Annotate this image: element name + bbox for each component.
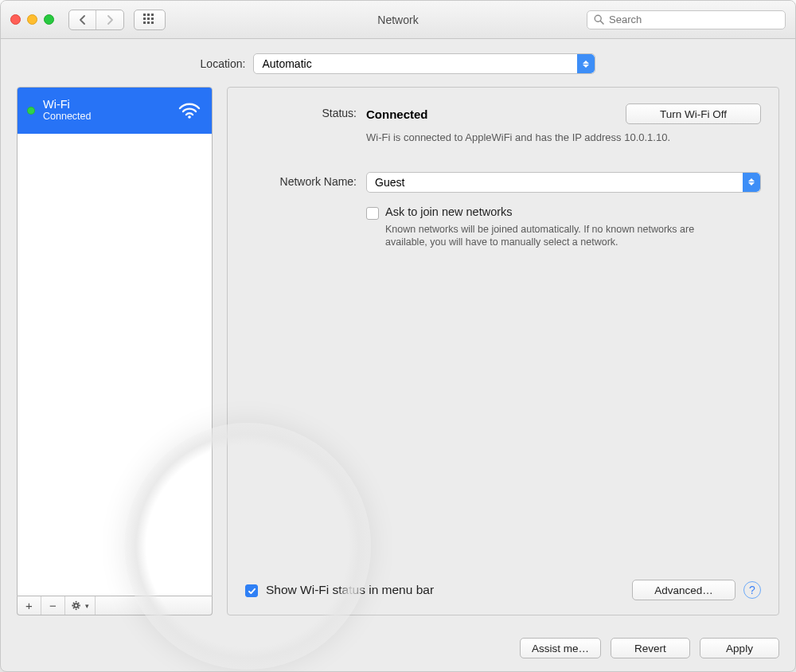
interface-actions-button[interactable]: ▾ <box>65 596 96 615</box>
assist-me-button[interactable]: Assist me… <box>520 638 601 658</box>
status-value: Connected <box>366 107 428 121</box>
ask-to-join-label: Ask to join new networks <box>385 205 761 218</box>
svg-line-21 <box>78 603 79 604</box>
svg-rect-9 <box>151 21 154 24</box>
interface-list-toolbar: + − ▾ <box>17 596 213 615</box>
checkmark-icon <box>248 587 256 596</box>
show-wifi-menubar-label: Show Wi-Fi status in menu bar <box>266 583 434 597</box>
advanced-button[interactable]: Advanced… <box>632 580 736 600</box>
chevron-left-icon <box>79 15 86 25</box>
ask-to-join-checkbox[interactable] <box>366 207 379 220</box>
location-row: Location: Automatic <box>17 53 779 74</box>
network-name-value: Guest <box>375 176 404 189</box>
svg-line-20 <box>73 608 74 608</box>
zoom-button[interactable] <box>44 14 54 25</box>
svg-point-12 <box>188 115 191 119</box>
interface-list[interactable]: Wi-Fi Connected <box>17 87 213 596</box>
footer-buttons: Assist me… Revert Apply <box>1 628 795 671</box>
gear-icon <box>72 600 84 611</box>
show-all-button[interactable] <box>134 10 166 30</box>
interface-sidebar: Wi-Fi Connected <box>17 87 213 615</box>
chevron-down-icon: ▾ <box>85 602 89 610</box>
svg-rect-7 <box>143 21 146 24</box>
location-value: Automatic <box>262 57 311 70</box>
status-description: Wi-Fi is connected to AppleWiFi and has … <box>366 131 700 145</box>
location-label: Location: <box>201 57 246 70</box>
svg-rect-8 <box>147 21 150 24</box>
svg-line-11 <box>600 21 603 24</box>
network-name-select[interactable]: Guest <box>366 172 761 193</box>
show-wifi-menubar-checkbox[interactable] <box>245 584 258 597</box>
svg-line-19 <box>78 608 79 608</box>
ask-to-join-description: Known networks will be joined automatica… <box>385 223 720 250</box>
chevron-right-icon <box>107 15 114 25</box>
network-name-label: Network Name: <box>245 172 366 188</box>
updown-icon <box>577 54 595 73</box>
content-area: Location: Automatic Wi-Fi Connected <box>1 39 795 628</box>
search-icon <box>594 14 604 25</box>
forward-button[interactable] <box>96 10 123 29</box>
turn-wifi-off-button[interactable]: Turn Wi-Fi Off <box>626 104 761 124</box>
revert-button[interactable]: Revert <box>611 638 690 658</box>
back-button[interactable] <box>69 10 96 29</box>
panel-bottom-row: Show Wi-Fi status in menu bar Advanced… … <box>245 580 761 600</box>
main-row: Wi-Fi Connected <box>17 87 779 615</box>
wifi-icon <box>178 102 201 119</box>
minimize-button[interactable] <box>27 14 37 25</box>
svg-rect-5 <box>147 18 150 20</box>
window-controls <box>10 14 54 25</box>
svg-point-13 <box>74 604 78 608</box>
detail-panel: Status: Connected Turn Wi-Fi Off Wi-Fi i… <box>227 87 779 615</box>
interface-item-wifi[interactable]: Wi-Fi Connected <box>18 88 212 134</box>
status-label: Status: <box>245 104 366 119</box>
location-select[interactable]: Automatic <box>253 53 595 74</box>
search-input[interactable] <box>609 14 778 25</box>
interface-title: Wi-Fi <box>43 99 91 111</box>
titlebar: Network <box>1 1 795 39</box>
remove-interface-button[interactable]: − <box>41 596 65 615</box>
svg-rect-1 <box>147 14 150 16</box>
updown-icon <box>743 173 760 192</box>
apply-button[interactable]: Apply <box>700 638 779 658</box>
svg-line-18 <box>73 603 74 604</box>
network-prefs-window: Network Location: Automatic <box>0 0 796 672</box>
add-interface-button[interactable]: + <box>18 596 41 615</box>
grid-icon <box>143 14 156 26</box>
search-field[interactable] <box>587 10 786 29</box>
help-button[interactable]: ? <box>743 581 761 599</box>
interface-subtitle: Connected <box>43 111 91 123</box>
svg-rect-2 <box>151 14 154 16</box>
close-button[interactable] <box>10 14 21 25</box>
svg-rect-0 <box>143 14 146 16</box>
svg-rect-6 <box>151 18 154 20</box>
status-dot-icon <box>27 107 35 115</box>
nav-segment <box>68 10 124 30</box>
svg-rect-4 <box>143 18 146 20</box>
